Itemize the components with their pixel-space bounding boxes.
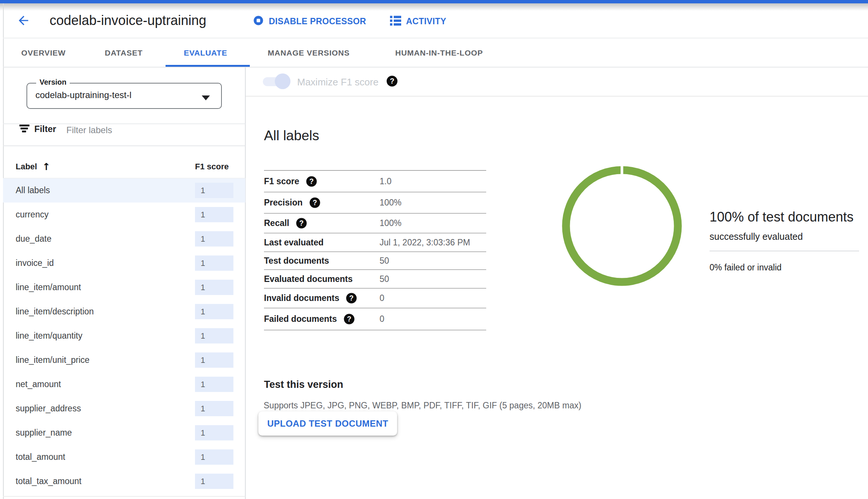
f1-score-chip: 1 (195, 328, 233, 343)
metric-value: 100% (380, 198, 402, 208)
table-row[interactable]: line_item/amount 1 (3, 275, 245, 299)
metric-label: Recall (264, 218, 289, 228)
activity-label: ACTIVITY (406, 16, 446, 26)
table-row[interactable]: All labels 1 (3, 178, 245, 203)
row-label: supplier_name (16, 428, 72, 438)
metric-value: Jul 1, 2022, 3:03:36 PM (380, 238, 470, 248)
metric-row: Precision 100% (264, 192, 486, 214)
tab-human-in-the-loop[interactable]: HUMAN-IN-THE-LOOP (395, 48, 483, 57)
section-title: All labels (264, 127, 319, 144)
f1-score-chip: 1 (195, 401, 233, 416)
table-row[interactable]: currency 1 (3, 203, 245, 227)
table-row[interactable]: line_item/unit_price 1 (3, 348, 245, 372)
table-row[interactable]: net_amount 1 (3, 372, 245, 396)
table-row[interactable]: total_tax_amount 1 (3, 469, 245, 493)
f1-score-chip: 1 (195, 449, 233, 465)
help-icon[interactable] (309, 197, 320, 208)
metric-value: 0 (380, 293, 384, 303)
help-icon[interactable] (387, 76, 397, 87)
metric-value: 0 (380, 314, 384, 324)
divider (3, 145, 245, 146)
tab-overview[interactable]: OVERVIEW (21, 48, 66, 57)
f1-score-chip: 1 (195, 183, 233, 198)
processor-evaluate-page: codelab-invoice-uptraining DISABLE PROCE… (0, 0, 868, 499)
donut-info-divider (710, 251, 859, 251)
f1-score-chip: 1 (195, 231, 233, 247)
row-label: line_item/description (16, 307, 94, 317)
row-label: invoice_id (16, 258, 54, 268)
metric-label: Failed documents (264, 314, 337, 324)
row-label: line_item/amount (16, 282, 81, 292)
help-icon[interactable] (306, 176, 317, 186)
table-row[interactable]: line_item/description 1 (3, 299, 245, 324)
metric-row: Test documents 50 (264, 252, 486, 270)
metric-value: 100% (380, 218, 402, 228)
label-column-header[interactable]: Label ↑ (16, 161, 50, 172)
row-label: line_item/quantity (16, 331, 82, 341)
row-label: supplier_address (16, 404, 81, 414)
row-label: line_item/unit_price (16, 355, 89, 365)
maximize-f1-toggle[interactable] (263, 73, 290, 89)
tab-dataset[interactable]: DATASET (105, 48, 143, 57)
help-icon[interactable] (344, 314, 354, 324)
f1-score-chip: 1 (195, 474, 233, 489)
filter-labels-input[interactable] (66, 122, 209, 138)
help-icon[interactable] (296, 218, 306, 228)
f1-score-chip: 1 (195, 377, 233, 392)
version-select-value: codelab-uptraining-test-l (35, 83, 131, 107)
f1-score-chip: 1 (195, 304, 233, 319)
filter-icon (19, 124, 30, 135)
donut-summary: 100% of test documents successfully eval… (710, 209, 868, 273)
metric-row: F1 score 1.0 (264, 171, 486, 192)
maximize-f1-label: Maximize F1 score (297, 76, 378, 88)
tabbar-divider (3, 67, 868, 68)
table-row[interactable]: supplier_address 1 (3, 396, 245, 421)
activity-button[interactable]: ACTIVITY (390, 15, 446, 28)
f1-score-chip: 1 (195, 280, 233, 295)
f1-score-chip: 1 (195, 352, 233, 368)
table-row[interactable]: due_date 1 (3, 227, 245, 251)
row-label: total_tax_amount (16, 476, 81, 486)
test-version-supports: Supports JPEG, JPG, PNG, WEBP, BMP, PDF,… (264, 401, 581, 411)
f1-score-chip: 1 (195, 425, 233, 440)
back-button[interactable] (16, 14, 31, 28)
metric-label: Invalid documents (264, 293, 339, 303)
arrow-back-icon (16, 13, 31, 29)
donut-chart (562, 166, 682, 288)
header-divider (3, 38, 868, 38)
metric-label: Test documents (264, 256, 329, 266)
toggle-thumb (275, 73, 290, 89)
help-icon[interactable] (346, 293, 356, 303)
upload-test-document-button[interactable]: UPLOAD TEST DOCUMENT (258, 411, 397, 436)
main-divider (246, 96, 868, 97)
f1-score-column-header[interactable]: F1 score (195, 162, 229, 172)
metric-row: Invalid documents 0 (264, 289, 486, 308)
table-row[interactable]: line_item/quantity 1 (3, 324, 245, 348)
metric-label: F1 score (264, 176, 299, 186)
metrics-table: F1 score 1.0 Precision 100% Recall 100% … (264, 170, 486, 330)
table-row[interactable]: supplier_name 1 (3, 421, 245, 445)
row-label: due_date (16, 234, 51, 244)
table-row[interactable]: invoice_id 1 (3, 251, 245, 275)
stop-circle-icon (253, 15, 264, 28)
row-label: currency (16, 210, 48, 220)
metric-value: 1.0 (380, 176, 391, 186)
metric-label: Evaluated documents (264, 274, 353, 284)
disable-processor-button[interactable]: DISABLE PROCESSOR (253, 15, 366, 28)
chevron-down-icon (202, 95, 210, 100)
donut-failed-label: 0% failed or invalid (710, 263, 868, 273)
sidebar-bottom-divider (3, 496, 245, 497)
disable-processor-label: DISABLE PROCESSOR (269, 16, 366, 26)
metric-row: Failed documents 0 (264, 308, 486, 330)
f1-score-chip: 1 (195, 207, 233, 222)
page-title: codelab-invoice-uptraining (50, 12, 206, 29)
row-label: total_amount (16, 452, 65, 462)
metric-row: Recall 100% (264, 214, 486, 233)
activity-list-icon (390, 16, 401, 27)
metric-row: Evaluated documents 50 (264, 270, 486, 289)
tab-evaluate[interactable]: EVALUATE (184, 48, 227, 57)
tab-manage-versions[interactable]: MANAGE VERSIONS (268, 48, 350, 57)
metric-label: Last evaluated (264, 238, 324, 248)
top-accent-bar (0, 0, 868, 3)
table-row[interactable]: total_amount 1 (3, 445, 245, 469)
